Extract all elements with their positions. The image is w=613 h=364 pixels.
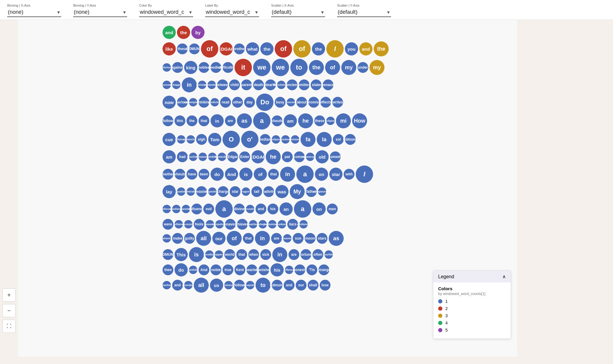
bubble[interactable]: that bbox=[268, 169, 279, 180]
bubble[interactable]: EDMUND bbox=[163, 249, 173, 260]
bubble[interactable]: and bbox=[256, 204, 266, 214]
bubble[interactable]: Kent bbox=[235, 264, 245, 275]
bubble[interactable]: banished bbox=[259, 264, 269, 275]
bubble[interactable]: shall bbox=[308, 280, 318, 291]
bubble[interactable]: in bbox=[182, 77, 197, 92]
bubble[interactable]: are bbox=[271, 233, 282, 244]
bubble[interactable]: parent bbox=[241, 79, 252, 90]
bubble[interactable]: How bbox=[352, 113, 367, 128]
bubble[interactable]: our bbox=[296, 280, 306, 291]
bubble[interactable]: carefully bbox=[189, 266, 197, 274]
bubble[interactable]: disasters bbox=[283, 234, 292, 243]
bubble[interactable]: Enter bbox=[239, 151, 250, 162]
bubble[interactable]: foppery bbox=[215, 250, 223, 259]
bubble[interactable]: I bbox=[356, 166, 373, 183]
bubble[interactable]: mother bbox=[163, 169, 173, 180]
legend-collapse-icon[interactable]: ∧ bbox=[502, 274, 506, 279]
bubble[interactable]: had bbox=[177, 151, 188, 162]
bubble[interactable]: the bbox=[312, 42, 325, 55]
bubble[interactable]: EDGAR bbox=[220, 42, 233, 55]
bubble[interactable]: been bbox=[199, 169, 209, 180]
bubble[interactable]: of bbox=[201, 40, 218, 58]
bubble[interactable]: evil bbox=[203, 204, 214, 214]
bubble[interactable]: these bbox=[177, 43, 188, 54]
bubble[interactable]: all bbox=[196, 231, 211, 246]
bubble[interactable]: a bbox=[294, 200, 311, 218]
bubble[interactable]: do bbox=[175, 263, 188, 276]
bubble[interactable]: eclipses bbox=[272, 135, 280, 144]
bubble[interactable]: the bbox=[309, 60, 324, 75]
bubble[interactable]: are bbox=[289, 249, 299, 260]
bubble[interactable]: follow bbox=[163, 115, 173, 126]
bubble[interactable]: disposition bbox=[208, 187, 217, 196]
bubble[interactable]: am bbox=[284, 114, 297, 127]
bubble[interactable]: o' bbox=[241, 131, 259, 148]
fit-button[interactable]: ⛶ bbox=[2, 320, 16, 333]
bubble[interactable]: divine bbox=[234, 204, 245, 214]
bubble[interactable]: admirable bbox=[187, 187, 195, 196]
bubble[interactable]: old bbox=[315, 150, 329, 163]
bubble[interactable]: the bbox=[187, 115, 197, 126]
bubble[interactable]: influence bbox=[191, 204, 202, 214]
bubble[interactable]: lose bbox=[320, 280, 330, 291]
bubble[interactable]: of bbox=[275, 40, 292, 58]
bubble[interactable]: world bbox=[224, 249, 235, 260]
bubble[interactable]: of bbox=[325, 60, 340, 75]
bubble[interactable]: all bbox=[194, 278, 209, 293]
bubble[interactable]: his bbox=[271, 263, 284, 276]
bubble[interactable]: fa bbox=[301, 132, 315, 147]
bubble[interactable]: amities bbox=[299, 79, 309, 90]
bubble[interactable]: I bbox=[326, 40, 344, 58]
bubble[interactable]: an bbox=[280, 202, 293, 216]
bubble[interactable]: when bbox=[248, 249, 259, 260]
bubble[interactable]: he bbox=[298, 113, 313, 128]
bubble[interactable]: on bbox=[312, 202, 326, 216]
bubble[interactable]: day bbox=[244, 97, 255, 108]
bubble[interactable]: follow bbox=[234, 280, 245, 291]
bubble[interactable]: cue bbox=[163, 133, 176, 146]
bubble[interactable]: dissolutions bbox=[277, 81, 286, 89]
bubble[interactable]: contemplation bbox=[189, 98, 197, 106]
bubble[interactable]: unhappily bbox=[172, 81, 181, 89]
bubble[interactable]: thieves bbox=[237, 219, 248, 230]
bubble[interactable]: we bbox=[253, 59, 271, 76]
bubble[interactable]: And bbox=[199, 264, 209, 275]
bubble[interactable]: knaves bbox=[225, 219, 236, 230]
bubble[interactable]: make bbox=[172, 233, 183, 244]
bubble[interactable]: my bbox=[341, 60, 356, 75]
bubble[interactable]: brother bbox=[234, 43, 245, 54]
bubble[interactable]: star bbox=[329, 168, 342, 181]
bubble[interactable]: man bbox=[327, 204, 338, 214]
bubble[interactable]: should bbox=[272, 115, 283, 126]
bubble[interactable]: My bbox=[290, 184, 305, 199]
bubble[interactable]: other bbox=[232, 97, 243, 108]
bubble[interactable]: sick bbox=[260, 249, 271, 260]
bubble[interactable]: writes bbox=[332, 97, 343, 108]
bubble[interactable]: strange bbox=[318, 264, 329, 275]
bubble[interactable]: effects bbox=[320, 97, 331, 108]
bubble[interactable]: excellent bbox=[205, 250, 214, 259]
bubble[interactable]: offence bbox=[285, 266, 293, 274]
bubble[interactable]: O bbox=[223, 131, 240, 148]
bubble[interactable]: lay bbox=[163, 185, 176, 198]
bubble[interactable]: hearted bbox=[247, 264, 257, 275]
scatter-y-select[interactable]: (default) ▼ bbox=[337, 8, 391, 17]
bubble[interactable]: us bbox=[210, 279, 223, 292]
bubble[interactable]: melancholy bbox=[187, 135, 195, 144]
bubble[interactable]: by bbox=[191, 26, 205, 39]
bubble[interactable]: that bbox=[243, 233, 254, 244]
color-by-select[interactable]: windowed_word_c ▼ bbox=[139, 8, 193, 17]
bubble[interactable]: adulterers bbox=[299, 220, 308, 228]
bubble[interactable]: sun bbox=[293, 233, 304, 244]
bubble[interactable]: drunkards bbox=[278, 220, 286, 228]
bubble[interactable]: is bbox=[189, 247, 204, 262]
bubble[interactable]: la bbox=[317, 132, 332, 147]
bubble[interactable]: we bbox=[272, 59, 289, 76]
bubble[interactable]: nobles bbox=[199, 62, 209, 73]
bubble[interactable]: our bbox=[212, 232, 226, 245]
bubble[interactable]: And bbox=[225, 168, 238, 181]
bubble[interactable]: sol bbox=[333, 134, 344, 145]
bubble[interactable]: a bbox=[253, 112, 271, 130]
bubble[interactable]: what bbox=[246, 42, 259, 55]
bubble[interactable]: under bbox=[357, 62, 368, 73]
